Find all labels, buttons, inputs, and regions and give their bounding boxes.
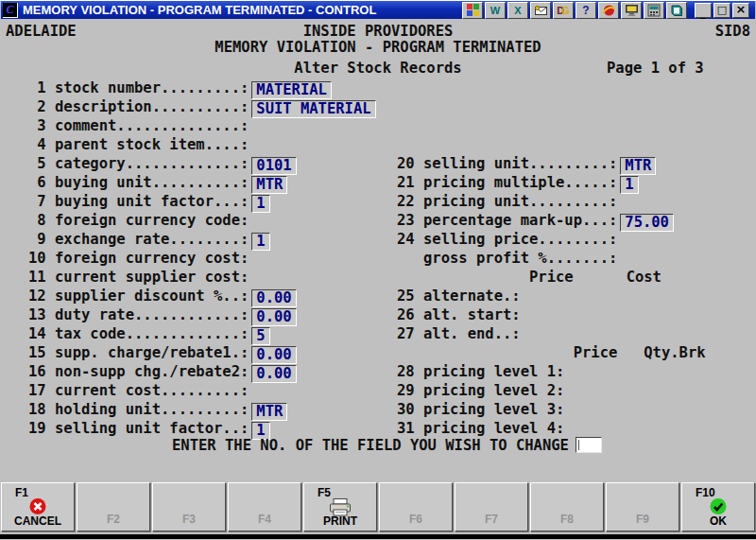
- field-label: 23 percentage mark-up...:: [397, 212, 617, 229]
- field-value-box: 1: [620, 176, 638, 194]
- column-header-row: Price Qty.Brk: [397, 343, 706, 362]
- form-left-row-16: 16 non-supp chg./rebate2:0.00: [28, 362, 297, 381]
- field-label: 27 alt. end..:: [397, 325, 521, 342]
- function-key-f9: F9: [606, 482, 679, 531]
- form-right-row-6: gross profit %.......:: [397, 249, 617, 268]
- form-right-row-15: 31 pricing level 4:: [397, 419, 564, 438]
- form-left-row-14: 14 tax code.............:5: [28, 324, 270, 343]
- maximize-button[interactable]: □: [713, 3, 730, 18]
- window-controls: _ □ ×: [695, 3, 749, 18]
- form-left-row-15: 15 supp. charge/rebate1.:0.00: [28, 343, 297, 362]
- column-header-label: Price Cost: [397, 269, 662, 286]
- field-label: 28 pricing level 1:: [397, 363, 564, 380]
- form-right-row-8: 25 alternate.:: [397, 287, 521, 305]
- titlebar[interactable]: C MEMORY VIOLATION - PROGRAM TERMINATED …: [1, 1, 755, 19]
- address-book-icon[interactable]: [666, 2, 687, 19]
- mail-icon[interactable]: [530, 2, 551, 19]
- field-label: 11 current supplier cost:: [28, 269, 249, 286]
- field-label: 14 tax code.............:: [28, 325, 249, 342]
- form-right-row-2: 21 pricing multiple.....:1: [397, 173, 639, 192]
- function-key-name: F7: [455, 513, 527, 526]
- calculator-icon[interactable]: [644, 2, 664, 19]
- field-number-input[interactable]: [576, 437, 602, 453]
- field-label: 31 pricing level 4:: [397, 420, 564, 437]
- field-label: 30 pricing level 3:: [397, 401, 564, 418]
- function-key-f1-cancel[interactable]: F1CANCEL: [1, 482, 75, 531]
- excel-icon[interactable]: X: [507, 2, 528, 19]
- field-label: gross profit %.......:: [397, 250, 617, 267]
- windows-logo-icon[interactable]: [462, 2, 483, 19]
- prompt-text: ENTER THE NO. OF THE FIELD YOU WISH TO C…: [172, 437, 569, 454]
- field-label: 6 buying unit..........:: [28, 174, 249, 191]
- function-key-f5-print[interactable]: F5PRINT: [303, 482, 377, 531]
- function-key-f2: F2: [77, 482, 150, 531]
- page-indicator: Page 1 of 3: [607, 59, 704, 78]
- field-label: 22 pricing unit.........:: [397, 193, 617, 210]
- form-left-row-19: 19 selling unit factor..:1: [28, 419, 270, 438]
- form-left-row-2: 2 description..........:SUIT MATERIAL: [28, 97, 376, 116]
- form-left-row-11: 11 current supplier cost:: [28, 268, 249, 287]
- function-key-name: F8: [531, 513, 603, 526]
- field-value-box: 75.00: [620, 214, 674, 232]
- form-left-row-9: 9 exchange rate........:1: [28, 230, 270, 249]
- function-key-label: PRINT: [304, 514, 376, 528]
- form-left-row-6: 6 buying unit..........:MTR: [28, 173, 287, 192]
- function-key-label: CANCEL: [2, 514, 74, 528]
- function-key-f10-ok[interactable]: F10OK: [681, 482, 755, 531]
- app-icon[interactable]: C: [3, 3, 18, 18]
- column-header-label: Price Qty.Brk: [397, 344, 706, 361]
- function-key-f6: F6: [379, 482, 453, 531]
- field-label: 21 pricing multiple.....:: [397, 174, 617, 191]
- function-key-f4: F4: [228, 482, 301, 531]
- help-icon[interactable]: ?: [576, 2, 596, 19]
- form-left-row-4: 4 parent stock item....:: [28, 135, 249, 154]
- titlebar-toolbar: WXDG?: [462, 2, 687, 19]
- field-label: 19 selling unit factor..:: [28, 420, 249, 437]
- bottom-edge: [0, 534, 756, 539]
- field-value-box: 1: [251, 233, 269, 251]
- form-left-row-1: 1 stock number.........:MATERIAL: [28, 78, 332, 97]
- field-label: 16 non-supp chg./rebate2:: [28, 363, 249, 380]
- field-label: 15 supp. charge/rebate1.:: [28, 344, 249, 361]
- function-key-bar: F1CANCELF2F3F4F5PRINTF6F7F8F9F10OK: [1, 482, 755, 531]
- minimize-button[interactable]: _: [695, 3, 712, 18]
- key-icon[interactable]: DG: [553, 2, 574, 19]
- field-label: 10 foreign currency cost:: [28, 250, 249, 267]
- field-label: 18 holding unit.........:: [28, 401, 249, 418]
- form-right-row-13: 29 pricing level 2:: [397, 381, 564, 400]
- field-label: 17 current cost.........:: [28, 382, 249, 399]
- function-key-name: F4: [229, 513, 301, 526]
- globe-icon[interactable]: [598, 2, 619, 19]
- form-right-row-12: 28 pricing level 1:: [397, 362, 564, 381]
- text-caret: [578, 440, 579, 450]
- form-left-row-10: 10 foreign currency cost:: [28, 249, 249, 268]
- form-right-row-3: 22 pricing unit.........:: [397, 192, 617, 211]
- field-value-box: SUIT MATERIAL: [251, 100, 375, 118]
- form-left-row-12: 12 supplier discount %..:0.00: [28, 287, 297, 305]
- field-label: 24 selling price........:: [397, 231, 617, 248]
- function-key-label: OK: [682, 514, 754, 528]
- form-right-row-4: 23 percentage mark-up...:75.00: [397, 211, 674, 230]
- field-label: 13 duty rate............:: [28, 306, 249, 323]
- window-title: MEMORY VIOLATION - PROGRAM TERMINATED - …: [23, 3, 462, 17]
- word-icon[interactable]: W: [485, 2, 506, 19]
- close-button[interactable]: ×: [732, 3, 749, 18]
- function-key-name: F6: [380, 513, 452, 526]
- field-label: 25 alternate.:: [397, 287, 521, 305]
- form-right-row-9: 26 alt. start:: [397, 305, 521, 324]
- function-key-name: F9: [607, 513, 679, 526]
- field-label: 8 foreign currency code:: [28, 212, 249, 229]
- application-window: C MEMORY VIOLATION - PROGRAM TERMINATED …: [0, 0, 756, 540]
- monitor-icon[interactable]: [621, 2, 642, 19]
- field-value-box: 0.00: [251, 365, 296, 383]
- field-label: 2 description..........:: [28, 98, 249, 115]
- field-label: 3 comment..............:: [28, 117, 249, 134]
- function-key-name: F1: [15, 486, 28, 499]
- field-label: 20 selling unit.........:: [397, 155, 617, 172]
- field-label: 7 buying unit factor...:: [28, 193, 249, 210]
- field-label: 26 alt. start:: [397, 306, 521, 323]
- field-label: 9 exchange rate........:: [28, 231, 249, 248]
- function-key-name: F3: [153, 513, 225, 526]
- field-label: 1 stock number.........:: [28, 79, 249, 96]
- app-icon-letter: C: [6, 3, 13, 17]
